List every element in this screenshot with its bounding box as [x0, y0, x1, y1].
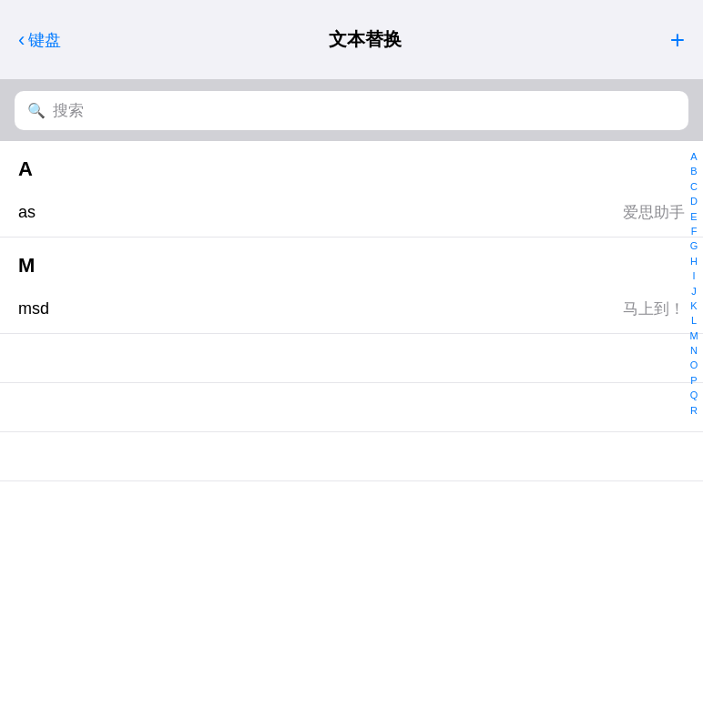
phrase-as: 爱思助手 — [623, 202, 685, 223]
alphabet-j[interactable]: J — [686, 285, 702, 298]
empty-item-2 — [0, 383, 703, 432]
alphabet-a[interactable]: A — [686, 150, 702, 164]
empty-item-1 — [0, 334, 703, 383]
alphabet-m[interactable]: M — [686, 329, 702, 343]
search-placeholder: 搜索 — [53, 100, 84, 121]
nav-bar: ‹ 键盘 文本替换 + — [0, 0, 703, 80]
alphabet-k[interactable]: K — [686, 299, 702, 313]
page-title: 文本替换 — [329, 27, 402, 52]
list-item-msd[interactable]: msd 马上到！ — [0, 285, 703, 334]
alphabet-e[interactable]: E — [686, 210, 702, 224]
section-header-a: A — [0, 141, 703, 188]
alphabet-n[interactable]: N — [686, 344, 702, 358]
content-area: A as 爱思助手 M msd 马上到！ ABCDEFGHIJKLMNOPQR — [0, 141, 703, 481]
alphabet-d[interactable]: D — [686, 195, 702, 208]
alphabet-f[interactable]: F — [686, 225, 702, 238]
search-icon: 🔍 — [27, 102, 46, 119]
alphabet-b[interactable]: B — [686, 165, 702, 178]
alphabet-q[interactable]: Q — [686, 389, 702, 402]
search-bar-container: 🔍 搜索 — [0, 80, 703, 141]
alphabet-index: ABCDEFGHIJKLMNOPQR — [685, 141, 703, 481]
alphabet-l[interactable]: L — [686, 314, 702, 328]
shortcut-as: as — [18, 203, 36, 222]
alphabet-h[interactable]: H — [686, 255, 702, 268]
chevron-left-icon: ‹ — [18, 30, 25, 50]
alphabet-p[interactable]: P — [686, 374, 702, 388]
back-button[interactable]: ‹ 键盘 — [18, 29, 61, 51]
alphabet-r[interactable]: R — [686, 404, 702, 418]
alphabet-i[interactable]: I — [686, 269, 702, 283]
section-header-m: M — [0, 238, 703, 285]
alphabet-o[interactable]: O — [686, 359, 702, 372]
search-bar[interactable]: 🔍 搜索 — [15, 91, 688, 130]
empty-item-3 — [0, 432, 703, 481]
alphabet-g[interactable]: G — [686, 239, 702, 253]
add-button[interactable]: + — [670, 27, 685, 53]
back-label: 键盘 — [28, 29, 61, 51]
list-item-as[interactable]: as 爱思助手 — [0, 188, 703, 238]
phrase-msd: 马上到！ — [623, 298, 685, 319]
shortcut-msd: msd — [18, 299, 49, 318]
alphabet-c[interactable]: C — [686, 180, 702, 194]
